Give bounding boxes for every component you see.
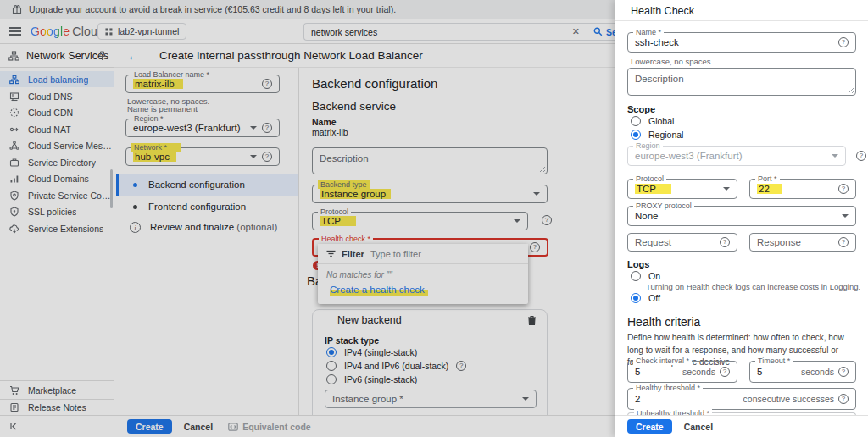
- hc-response-field[interactable]: ?: [749, 233, 856, 252]
- help-icon[interactable]: ?: [838, 184, 849, 194]
- help-icon[interactable]: ?: [838, 37, 849, 47]
- hc-request-field[interactable]: ?: [627, 233, 737, 252]
- help-icon[interactable]: ?: [720, 367, 730, 377]
- chevron-down-icon: [832, 154, 838, 158]
- timeout-input[interactable]: [757, 367, 801, 377]
- check-interval-input[interactable]: [635, 367, 682, 377]
- help-icon[interactable]: ?: [720, 237, 730, 247]
- help-icon[interactable]: ?: [838, 367, 849, 377]
- overlay-scrim: [0, 0, 615, 437]
- radio-icon[interactable]: [631, 271, 641, 281]
- hc-name-field[interactable]: Name * ?: [627, 32, 856, 53]
- scope-label: Scope: [627, 104, 655, 114]
- panel-cancel-button[interactable]: Cancel: [684, 422, 713, 432]
- help-icon[interactable]: ?: [838, 237, 849, 247]
- hc-name-help: Lowercase, no spaces.: [631, 57, 713, 66]
- gcp-console: Upgrade your account to avoid a break in…: [0, 0, 868, 437]
- radio-icon[interactable]: [631, 116, 641, 126]
- radio-scope-global[interactable]: Global: [631, 116, 674, 126]
- hc-region-select: Region europe-west3 (Frankfurt): [627, 146, 846, 166]
- logs-label: Logs: [627, 259, 649, 269]
- hc-protocol-select[interactable]: Protocol TCP: [627, 179, 737, 199]
- panel-action-bar: Create Cancel: [615, 415, 868, 437]
- radio-selected-icon[interactable]: [631, 130, 641, 140]
- timeout-field[interactable]: Timeout * seconds ?: [749, 361, 856, 383]
- panel-title: Health Check: [631, 5, 694, 17]
- check-interval-field[interactable]: Check interval * seconds ?: [627, 361, 737, 383]
- hc-name-input[interactable]: [635, 37, 833, 47]
- panel-divider: [615, 20, 868, 21]
- radio-selected-icon[interactable]: [631, 293, 641, 303]
- hc-response-input[interactable]: [757, 237, 833, 247]
- hc-description-textarea[interactable]: [627, 68, 856, 96]
- radio-logs-off[interactable]: Off: [631, 293, 660, 303]
- chevron-down-icon: [723, 187, 730, 191]
- health-check-panel: Health Check Name * ? Lowercase, no spac…: [615, 0, 868, 437]
- panel-create-button[interactable]: Create: [627, 419, 672, 434]
- health-criteria-heading: Health criteria: [627, 315, 700, 329]
- healthy-threshold-input[interactable]: [635, 394, 743, 404]
- hc-proxy-select[interactable]: PROXY protocol None: [627, 206, 856, 226]
- chevron-down-icon: [842, 214, 849, 218]
- help-icon[interactable]: ?: [838, 394, 849, 404]
- radio-logs-on[interactable]: On: [631, 271, 660, 281]
- hc-request-input[interactable]: [635, 237, 715, 247]
- hc-port-field[interactable]: Port * 22 ?: [749, 179, 856, 199]
- help-icon[interactable]: ?: [856, 151, 866, 161]
- radio-scope-regional[interactable]: Regional: [631, 130, 683, 140]
- healthy-threshold-field[interactable]: Healthy threshold * consecutive successe…: [627, 388, 856, 410]
- logs-on-help: Turning on Health check logs can increas…: [646, 282, 860, 291]
